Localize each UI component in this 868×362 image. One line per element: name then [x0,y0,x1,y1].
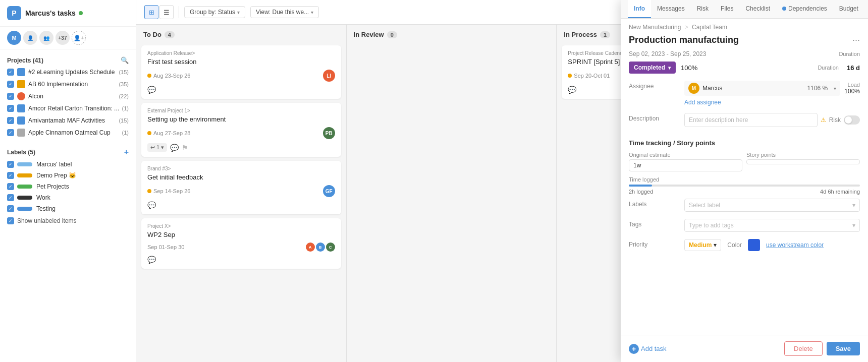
original-estimate-input[interactable]: 1w [629,159,742,171]
add-label-button[interactable]: + [124,148,129,157]
tags-field-value: Type to add tags ▾ [684,219,860,232]
risk-row: ⚠ Risk [821,115,860,125]
card-wp2-sep[interactable]: Project X> WP2 Sep Sep 01-Sep 30 A B C [141,218,341,269]
tab-logs[interactable]: Logs [864,0,868,18]
label-item-2[interactable]: Demo Prep 🐱 [7,170,129,181]
team-count: +37 [56,31,70,45]
tab-info[interactable]: Info [628,0,651,18]
project-item-5[interactable]: Amivantamab MAF Activities (15) [7,114,129,127]
color-swatch[interactable] [748,239,760,251]
date-dot-2 [147,131,151,135]
labels-select[interactable]: Select label ▾ [684,199,860,212]
comment-icon-2[interactable]: 💬 [170,144,179,152]
show-unlabeled-item[interactable]: Show unlabeled items [7,214,129,227]
tab-files[interactable]: Files [715,0,739,18]
column-cards-todo: Application Release> First test session … [136,42,346,362]
priority-dropdown[interactable]: Medium ▾ [684,239,721,251]
label-checkbox-1[interactable] [7,161,14,168]
card-title-4: WP2 Sep [147,231,335,238]
panel-dates: Sep 02, 2023 - Sep 25, 2023 [629,50,706,57]
label-checkbox-3[interactable] [7,183,14,190]
original-estimate-field: Original estimate 1w [629,152,742,171]
labels-field-value: Select label ▾ [684,199,860,212]
card-setup-env[interactable]: External Project 1> Setting up the envir… [141,103,341,157]
status-button[interactable]: Completed ▾ [629,62,676,74]
project-item-1[interactable]: #2 eLearning Updates Schedule (15) [7,66,129,78]
projects-search-icon[interactable]: 🔍 [121,56,129,64]
view-toggle: ⊞ ☰ [144,5,174,19]
panel-menu-button[interactable]: ··· [852,35,860,45]
project-checkbox-5[interactable] [7,117,14,124]
tab-risk[interactable]: Risk [691,0,715,18]
comment-icon-4[interactable]: 💬 [147,256,156,264]
delete-button[interactable]: Delete [784,341,823,356]
list-view-button[interactable]: ☰ [159,5,174,19]
add-member-button[interactable]: 👤+ [72,31,86,45]
project-item-6[interactable]: Apple Cinnamon Oatmeal Cup (1) [7,127,129,139]
card-get-feedback[interactable]: Brand #3> Get initial feedback Sep 14-Se… [141,161,341,214]
project-checkbox-2[interactable] [7,81,14,88]
comment-icon-3[interactable]: 💬 [147,201,156,209]
label-color-3 [17,185,32,189]
breadcrumb-parent[interactable]: New Manufacturing [629,24,681,31]
app-logo: P [7,6,21,20]
label-checkbox-4[interactable] [7,194,14,201]
project-item-3[interactable]: Alcon (22) [7,90,129,102]
projects-section-header: Projects (41) 🔍 [7,52,129,66]
save-button[interactable]: Save [827,342,860,355]
project-item-2[interactable]: AB 60 Implementation (35) [7,78,129,90]
group-by-label: Group by: Status [190,9,235,16]
project-item-4[interactable]: Amcor Retail Carton Transition: ... (1) [7,102,129,114]
project-checkbox-1[interactable] [7,69,14,76]
view-by-dropdown[interactable]: View: Due this we... ▾ [250,6,319,18]
use-workstream-link[interactable]: use workstream color [766,242,824,249]
panel-title: Production manufactuing [629,35,852,45]
flag-icon-2[interactable]: ⚑ [182,144,188,152]
card-label-3: Brand #3> [147,166,335,171]
comment-icon-sprint[interactable]: 💬 [568,86,576,94]
card-date-sprint: Sep 20-Oct 01 [568,73,610,79]
comment-icon-1[interactable]: 💬 [147,86,156,94]
label-checkbox-5[interactable] [7,205,14,212]
project-icon-5 [17,116,25,125]
label-item-5[interactable]: Testing [7,203,129,214]
tab-dependencies[interactable]: Dependencies [776,0,833,18]
risk-toggle[interactable] [844,115,860,125]
group-by-dropdown[interactable]: Group by: Status ▾ [184,6,245,18]
unlabeled-checkbox[interactable] [7,217,14,224]
card-sub-2[interactable]: ↩ 1 ▾ [147,143,167,152]
label-item-3[interactable]: Pet Projects [7,181,129,192]
priority-value: Medium [689,242,712,249]
project-count-5: (15) [119,117,129,124]
labels-dropdown-icon: ▾ [852,202,855,209]
story-points-input[interactable] [746,159,860,164]
card-multi-avatar-4: A B C [306,243,335,252]
board-view-button[interactable]: ⊞ [144,5,158,19]
label-item-1[interactable]: Marcus' label [7,159,129,170]
card-first-test[interactable]: Application Release> First test session … [141,45,341,99]
column-count-todo: 4 [165,31,175,38]
tab-checklist[interactable]: Checklist [739,0,776,18]
priority-field-row: Priority Medium ▾ Color use workstream c… [629,239,860,251]
project-count-6: (1) [122,130,129,136]
load-value: 100% [844,88,860,95]
add-task-button[interactable]: + Add task [629,344,667,354]
label-checkbox-2[interactable] [7,172,14,179]
tab-messages[interactable]: Messages [651,0,691,18]
project-checkbox-6[interactable] [7,129,14,136]
card-actions-3: 💬 [147,201,335,209]
project-checkbox-3[interactable] [7,93,14,100]
load-section: Load 100% [844,82,860,95]
assignee-dropdown-icon[interactable]: ▾ [834,86,836,91]
assignee-row: M Marcus 1106 % ▾ [684,81,840,96]
add-assignee-link[interactable]: Add assignee [684,99,721,106]
label-item-4[interactable]: Work [7,192,129,203]
assignee-field-label: Assignee [629,81,684,90]
tags-input[interactable]: Type to add tags ▾ [684,219,860,232]
card-footer-1: Aug 23-Sep 26 LI [147,70,335,82]
tab-budget[interactable]: Budget [833,0,864,18]
project-checkbox-4[interactable] [7,105,14,112]
panel-duration-label: Duration [839,51,860,57]
breadcrumb-child[interactable]: Capital Team [692,24,727,31]
description-input[interactable]: Enter description here [684,113,818,127]
